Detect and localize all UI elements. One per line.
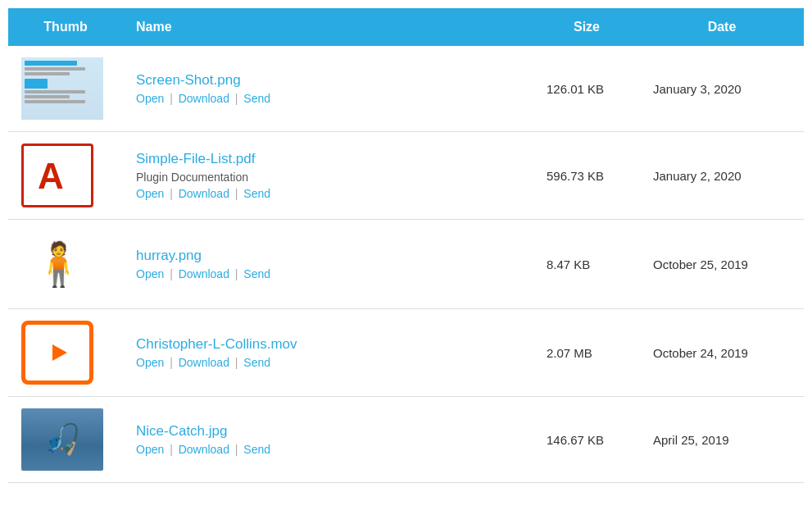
separator-2: |	[235, 187, 242, 200]
download-link[interactable]: Download	[179, 92, 229, 105]
table-row: Christopher-L-Collins.mov Open | Downloa…	[8, 309, 804, 397]
size-cell: 146.67 KB	[533, 397, 640, 483]
size-cell: 2.07 MB	[533, 309, 640, 397]
open-link[interactable]: Open	[136, 267, 164, 280]
thumb-cell	[8, 309, 123, 397]
svg-marker-1	[52, 344, 67, 361]
send-link[interactable]: Send	[243, 443, 270, 456]
size-cell: 8.47 KB	[533, 220, 640, 309]
svg-text:A: A	[38, 156, 64, 196]
download-link[interactable]: Download	[179, 187, 229, 200]
table-row: 🧍 hurray.png Open | Download | Send 8.47…	[8, 220, 804, 309]
header-name: Name	[123, 8, 533, 46]
open-link[interactable]: Open	[136, 443, 164, 456]
table-row: Screen-Shot.png Open | Download | Send 1…	[8, 46, 804, 132]
separator-1: |	[170, 443, 176, 456]
download-link[interactable]: Download	[179, 443, 229, 456]
separator-2: |	[235, 267, 242, 280]
thumbnail-screenshot	[21, 57, 103, 120]
name-cell: Simple-File-List.pdf Plugin Documentatio…	[123, 132, 533, 220]
name-cell: Screen-Shot.png Open | Download | Send	[123, 46, 533, 132]
file-name-link[interactable]: hurray.png	[136, 248, 520, 264]
separator-1: |	[170, 92, 176, 105]
send-link[interactable]: Send	[243, 187, 270, 200]
table-header-row: Thumb Name Size Date	[8, 8, 804, 46]
date-cell: January 3, 2020	[640, 46, 804, 132]
open-link[interactable]: Open	[136, 92, 164, 105]
thumbnail-video	[21, 321, 93, 385]
download-link[interactable]: Download	[179, 267, 229, 280]
file-actions: Open | Download | Send	[136, 356, 520, 369]
file-actions: Open | Download | Send	[136, 267, 520, 280]
file-actions: Open | Download | Send	[136, 187, 520, 200]
file-name-link[interactable]: Simple-File-List.pdf	[136, 151, 520, 167]
send-link[interactable]: Send	[243, 356, 270, 369]
file-actions: Open | Download | Send	[136, 443, 520, 456]
separator-2: |	[235, 356, 242, 369]
thumb-cell: 🎣	[8, 397, 123, 483]
open-link[interactable]: Open	[136, 356, 164, 369]
thumb-cell	[8, 46, 123, 132]
file-description: Plugin Documentation	[136, 171, 520, 184]
send-link[interactable]: Send	[243, 92, 270, 105]
thumbnail-fish: 🎣	[21, 408, 103, 471]
size-cell: 596.73 KB	[533, 132, 640, 220]
date-cell: January 2, 2020	[640, 132, 804, 220]
separator-1: |	[170, 187, 176, 200]
date-cell: October 24, 2019	[640, 309, 804, 397]
name-cell: hurray.png Open | Download | Send	[123, 220, 533, 309]
size-cell: 126.01 KB	[533, 46, 640, 132]
download-link[interactable]: Download	[179, 356, 229, 369]
thumbnail-pdf: A	[21, 144, 93, 207]
thumbnail-homer: 🧍	[21, 231, 95, 297]
name-cell: Christopher-L-Collins.mov Open | Downloa…	[123, 309, 533, 397]
header-thumb: Thumb	[8, 8, 123, 46]
separator-1: |	[170, 267, 176, 280]
separator-2: |	[235, 443, 242, 456]
table-row: A Simple-File-List.pdf Plugin Documentat…	[8, 132, 804, 220]
date-cell: April 25, 2019	[640, 397, 804, 483]
file-name-link[interactable]: Screen-Shot.png	[136, 72, 520, 89]
thumb-cell: 🧍	[8, 220, 123, 309]
file-name-link[interactable]: Nice-Catch.jpg	[136, 423, 520, 440]
open-link[interactable]: Open	[136, 187, 164, 200]
thumb-cell: A	[8, 132, 123, 220]
header-size: Size	[533, 8, 640, 46]
send-link[interactable]: Send	[243, 267, 270, 280]
file-list-table: Thumb Name Size Date Screen-Shot.png Ope…	[8, 8, 804, 483]
separator-1: |	[170, 356, 176, 369]
separator-2: |	[235, 92, 242, 105]
date-cell: October 25, 2019	[640, 220, 804, 309]
header-date: Date	[640, 8, 804, 46]
file-actions: Open | Download | Send	[136, 92, 520, 105]
file-name-link[interactable]: Christopher-L-Collins.mov	[136, 336, 520, 353]
name-cell: Nice-Catch.jpg Open | Download | Send	[123, 397, 533, 483]
table-row: 🎣 Nice-Catch.jpg Open | Download | Send …	[8, 397, 804, 483]
